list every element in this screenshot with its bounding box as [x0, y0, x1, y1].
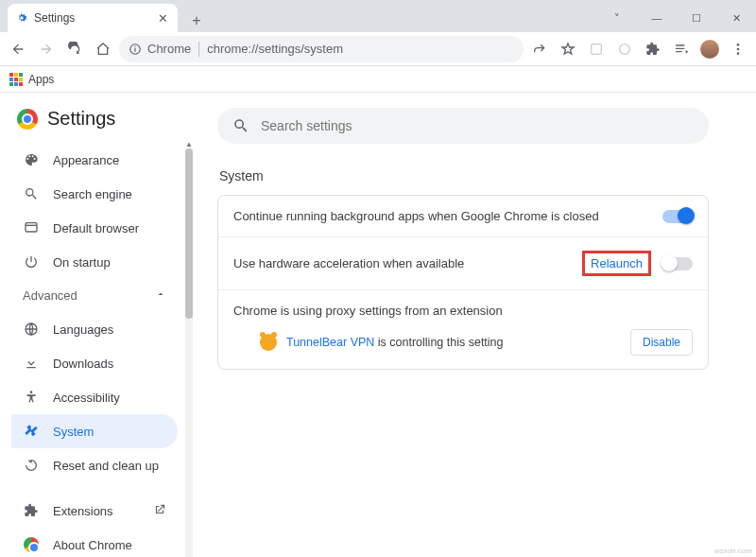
- svg-point-5: [737, 44, 740, 46]
- sidebar-item-reset[interactable]: Reset and clean up: [11, 448, 178, 482]
- row-hardware-acceleration: Use hardware acceleration when available…: [218, 236, 708, 289]
- svg-point-7: [737, 52, 740, 55]
- gear-icon: [15, 11, 28, 25]
- svg-rect-8: [26, 223, 37, 232]
- browser-tab[interactable]: Settings ✕: [8, 4, 178, 32]
- search-icon: [23, 186, 40, 201]
- disable-button[interactable]: Disable: [630, 329, 693, 356]
- search-icon: [232, 117, 249, 134]
- search-settings-input[interactable]: [217, 108, 709, 144]
- row-proxy: Chrome is using proxy settings from an e…: [218, 289, 708, 369]
- extensions-icon[interactable]: [641, 37, 665, 61]
- toggle-hardware-acceleration[interactable]: [662, 257, 693, 270]
- home-button[interactable]: [91, 37, 115, 61]
- forward-button[interactable]: [34, 37, 59, 61]
- apps-icon[interactable]: [9, 73, 23, 86]
- address-bar[interactable]: Chrome chrome://settings/system: [119, 36, 524, 62]
- sidebar-item-system[interactable]: System: [11, 414, 178, 448]
- sidebar-item-extensions[interactable]: Extensions: [11, 494, 178, 528]
- restore-icon: [23, 458, 40, 473]
- row-label: Chrome is using proxy settings from an e…: [233, 304, 693, 318]
- window-titlebar: Settings ✕ + ˅ — ☐ ✕: [0, 0, 756, 32]
- settings-main: System Continue running background apps …: [189, 93, 756, 557]
- sidebar-item-label: Appearance: [53, 153, 119, 167]
- sidebar-section-advanced[interactable]: Advanced: [11, 279, 178, 312]
- profile-avatar[interactable]: [697, 37, 722, 61]
- window-dropdown[interactable]: ˅: [597, 4, 637, 32]
- divider: [198, 42, 199, 57]
- system-card: Continue running background apps when Go…: [217, 195, 709, 370]
- sidebar-item-search-engine[interactable]: Search engine: [11, 177, 178, 211]
- sidebar-item-appearance[interactable]: Appearance: [11, 143, 178, 177]
- reload-button[interactable]: [62, 37, 87, 61]
- back-button[interactable]: [6, 37, 30, 61]
- sidebar-item-label: Extensions: [53, 504, 113, 518]
- info-icon: [129, 43, 142, 56]
- extensions-icon: [23, 503, 40, 518]
- reading-list-icon[interactable]: [669, 37, 694, 61]
- site-label: Chrome: [147, 42, 191, 56]
- row-label: Continue running background apps when Go…: [233, 209, 662, 223]
- svg-rect-2: [134, 45, 135, 46]
- browser-icon: [23, 220, 40, 235]
- svg-rect-1: [134, 47, 135, 51]
- palette-icon: [23, 152, 40, 167]
- settings-sidebar: Settings Appearance Search engine Defaul…: [0, 93, 189, 557]
- url-text: chrome://settings/system: [207, 42, 343, 56]
- sidebar-item-label: System: [53, 425, 94, 439]
- sidebar-item-default-browser[interactable]: Default browser: [11, 211, 178, 245]
- proxy-extension-text: TunnelBear VPN is controlling this setti…: [286, 336, 504, 349]
- sidebar-item-label: Downloads: [53, 357, 113, 371]
- svg-point-11: [30, 391, 33, 393]
- section-title: System: [219, 168, 728, 183]
- new-tab-button[interactable]: +: [185, 9, 208, 32]
- content-area: Settings Appearance Search engine Defaul…: [0, 93, 756, 557]
- sidebar-header: Settings: [11, 104, 189, 143]
- chrome-logo-icon: [17, 109, 38, 130]
- window-maximize[interactable]: ☐: [677, 4, 716, 32]
- tab-title: Settings: [34, 11, 150, 25]
- sidebar-item-label: Languages: [53, 322, 113, 337]
- vpn-extension-link[interactable]: TunnelBear VPN: [286, 336, 374, 349]
- toolbar-icon-1[interactable]: [584, 37, 609, 61]
- sidebar-item-languages[interactable]: Languages: [11, 312, 178, 346]
- row-background-apps: Continue running background apps when Go…: [218, 196, 708, 236]
- apps-label[interactable]: Apps: [28, 73, 54, 86]
- chrome-icon: [23, 537, 40, 552]
- sidebar-item-about-chrome[interactable]: About Chrome: [11, 528, 178, 557]
- sidebar-item-downloads[interactable]: Downloads: [11, 346, 178, 380]
- tunnelbear-icon: [260, 334, 277, 351]
- page-title: Settings: [47, 108, 115, 130]
- bookmark-star-icon[interactable]: [556, 37, 580, 61]
- power-icon: [23, 254, 40, 270]
- download-icon: [23, 356, 40, 371]
- row-label: Use hardware acceleration when available: [233, 256, 582, 270]
- svg-rect-3: [592, 44, 602, 54]
- menu-icon[interactable]: [726, 37, 750, 61]
- browser-toolbar: Chrome chrome://settings/system: [0, 32, 756, 66]
- sidebar-item-on-startup[interactable]: On startup: [11, 245, 178, 279]
- site-info[interactable]: Chrome: [129, 42, 191, 56]
- sidebar-item-label: Reset and clean up: [53, 459, 159, 473]
- share-icon[interactable]: [527, 37, 552, 61]
- wrench-icon: [23, 424, 40, 439]
- close-icon[interactable]: ✕: [156, 9, 170, 27]
- window-controls: ˅ — ☐ ✕: [597, 4, 756, 32]
- relaunch-button[interactable]: Relaunch: [591, 256, 643, 270]
- window-minimize[interactable]: —: [637, 4, 677, 32]
- toggle-background-apps[interactable]: [662, 210, 693, 223]
- sidebar-item-label: Default browser: [53, 221, 139, 235]
- svg-point-6: [737, 47, 740, 50]
- sidebar-scrollbar[interactable]: ▲: [185, 140, 193, 557]
- toolbar-icon-2[interactable]: [612, 37, 637, 61]
- search-field[interactable]: [261, 118, 694, 133]
- sidebar-item-label: About Chrome: [53, 538, 132, 552]
- watermark: wsxdn.com: [714, 547, 752, 555]
- external-link-icon: [153, 503, 166, 519]
- window-close[interactable]: ✕: [716, 4, 756, 32]
- sidebar-item-label: Accessibility: [53, 391, 120, 405]
- section-label: Advanced: [23, 288, 77, 303]
- bookmarks-bar: Apps: [0, 66, 756, 93]
- sidebar-item-accessibility[interactable]: Accessibility: [11, 380, 178, 414]
- chevron-up-icon: [155, 288, 166, 303]
